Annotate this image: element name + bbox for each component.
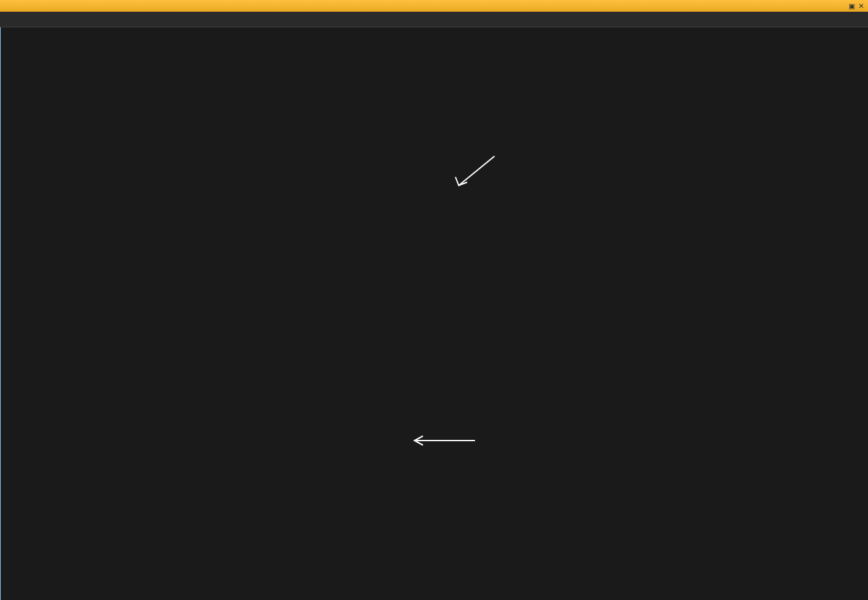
svg-line-0 [459, 156, 495, 185]
arrow-knock-retard [449, 150, 501, 195]
time-cursor[interactable] [0, 27, 1, 600]
window-pin-icon[interactable]: ▣ [847, 1, 856, 10]
timeline-header[interactable] [0, 12, 868, 27]
window-close-icon[interactable]: ✕ [856, 1, 865, 10]
window-titlebar[interactable]: ▣ ✕ [0, 0, 868, 12]
timeline-ticks [49, 12, 868, 27]
arrow-knocking [407, 433, 478, 452]
